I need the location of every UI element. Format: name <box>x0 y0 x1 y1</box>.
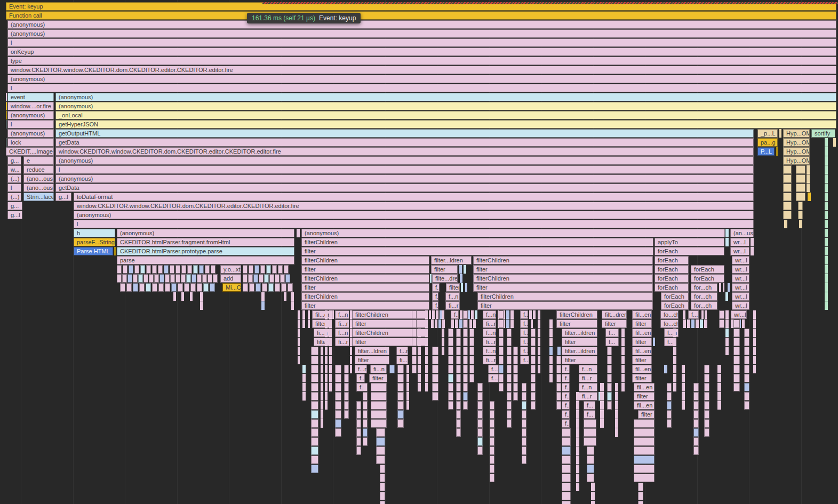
flame-bar[interactable] <box>682 392 685 401</box>
flame-bar[interactable]: fi...r <box>483 319 496 328</box>
flame-bar[interactable] <box>253 274 258 283</box>
flame-bar[interactable]: f... <box>562 401 570 410</box>
flame-bar[interactable] <box>783 202 792 210</box>
flame-bar[interactable] <box>733 319 740 328</box>
flame-bar[interactable] <box>463 329 468 337</box>
flame-bar[interactable] <box>833 138 836 147</box>
flame-bar[interactable] <box>325 392 328 401</box>
flame-bar[interactable] <box>507 392 512 401</box>
flame-bar[interactable]: f... <box>432 301 438 310</box>
flame-bar[interactable] <box>465 283 467 292</box>
flame-bar[interactable]: filterChildren <box>477 292 653 301</box>
flame-bar[interactable] <box>744 383 749 391</box>
flame-bar[interactable] <box>723 283 724 292</box>
flame-bar[interactable] <box>753 329 756 337</box>
flame-bar[interactable] <box>587 455 594 464</box>
flame-bar[interactable] <box>321 347 323 355</box>
flame-bar[interactable]: (anonymous) <box>55 93 836 101</box>
flame-bar[interactable] <box>376 446 385 455</box>
flame-bar[interactable] <box>549 338 553 346</box>
flame-bar[interactable] <box>406 383 409 391</box>
flame-bar[interactable] <box>311 410 318 419</box>
flame-bar[interactable] <box>335 365 341 373</box>
flame-bar[interactable] <box>448 383 453 391</box>
flame-bar[interactable] <box>615 410 618 419</box>
flame-bar[interactable] <box>311 347 318 355</box>
flame-bar[interactable] <box>807 165 810 174</box>
flame-bar[interactable] <box>682 374 685 382</box>
flame-bar[interactable] <box>311 455 318 464</box>
flame-bar[interactable] <box>475 310 477 319</box>
flame-bar[interactable]: filter <box>446 283 460 292</box>
flame-bar[interactable] <box>704 365 709 373</box>
flame-bar[interactable] <box>432 356 438 364</box>
flame-bar[interactable]: filterChildren <box>301 238 653 246</box>
flame-bar[interactable] <box>533 310 536 319</box>
flame-bar[interactable] <box>284 265 289 274</box>
flame-bar[interactable] <box>556 374 561 382</box>
flame-bar[interactable]: filterChildren <box>301 292 429 301</box>
flame-bar[interactable] <box>418 383 421 391</box>
flame-bar[interactable]: f...n <box>483 310 496 319</box>
flame-bar[interactable]: forEach <box>661 301 689 310</box>
flame-bar[interactable] <box>435 319 437 328</box>
flame-bar[interactable]: window.CKEDITOR.window.CKEDITOR.dom.CKED… <box>7 66 836 74</box>
flame-bar[interactable] <box>576 428 579 437</box>
flame-bar[interactable] <box>522 392 526 401</box>
flame-bar[interactable] <box>152 265 157 274</box>
flame-bar[interactable] <box>587 465 594 473</box>
flame-bar[interactable] <box>298 338 300 346</box>
flame-bar[interactable]: forEach <box>655 256 689 265</box>
flame-bar[interactable] <box>463 365 468 373</box>
flame-bar[interactable] <box>825 165 828 174</box>
flame-bar[interactable] <box>513 374 518 382</box>
flame-bar[interactable] <box>461 283 463 292</box>
flame-bar[interactable]: forEach <box>655 274 689 283</box>
flame-bar[interactable] <box>507 329 512 337</box>
flame-bar[interactable]: f... <box>520 356 529 364</box>
flame-bar[interactable]: (anonymous) <box>74 211 754 219</box>
flame-bar[interactable] <box>562 455 571 464</box>
flame-bar[interactable] <box>329 356 332 364</box>
flame-bar[interactable] <box>673 356 676 364</box>
flame-bar[interactable]: forEach <box>655 283 689 292</box>
flame-bar[interactable] <box>463 401 468 410</box>
flame-bar[interactable] <box>704 319 707 328</box>
flame-bar[interactable] <box>499 374 504 382</box>
flame-bar[interactable] <box>425 347 428 355</box>
flame-bar[interactable] <box>288 283 293 292</box>
flame-bar[interactable] <box>311 365 318 373</box>
flame-bar[interactable] <box>329 310 332 319</box>
flame-bar[interactable] <box>140 265 145 274</box>
flame-bar[interactable] <box>667 419 672 428</box>
flame-bar[interactable] <box>507 365 512 373</box>
flame-bar[interactable] <box>634 428 655 437</box>
flame-bar[interactable] <box>298 356 300 364</box>
flame-bar[interactable]: fil...en <box>632 310 652 319</box>
flame-bar[interactable] <box>412 338 417 346</box>
flame-bar[interactable] <box>344 374 349 382</box>
flame-bar[interactable] <box>389 365 395 373</box>
flame-bar[interactable]: Mi...C <box>222 283 241 292</box>
flame-bar[interactable] <box>448 356 453 364</box>
flame-bar[interactable] <box>143 274 148 283</box>
flame-bar[interactable]: reduce <box>23 165 54 174</box>
flame-bar[interactable]: parseF...String <box>74 238 115 246</box>
flame-bar[interactable] <box>325 319 328 328</box>
flame-bar[interactable] <box>448 347 453 355</box>
flame-bar[interactable]: getOutputHTML <box>55 129 754 138</box>
flame-bar[interactable] <box>653 338 655 346</box>
flame-bar[interactable] <box>556 365 561 373</box>
flame-bar[interactable]: onKeyup <box>7 47 836 56</box>
flame-bar[interactable] <box>469 374 474 382</box>
flame-bar[interactable] <box>664 365 667 373</box>
flame-bar[interactable]: fo...ch <box>660 310 679 319</box>
flame-bar[interactable] <box>380 483 385 491</box>
flame-bar[interactable] <box>165 274 170 283</box>
flame-bar[interactable] <box>576 455 579 464</box>
flame-bar[interactable] <box>673 374 676 382</box>
flame-bar[interactable] <box>311 392 318 401</box>
flame-bar[interactable]: fil...en <box>632 365 652 373</box>
flame-bar[interactable] <box>673 365 676 373</box>
flame-bar[interactable]: filter <box>632 374 652 382</box>
